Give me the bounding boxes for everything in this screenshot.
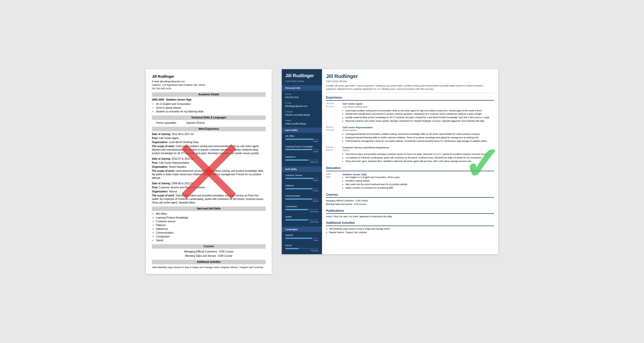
soft-skills-section: Soft Skills Customer Service Expert Pati… [282,166,322,225]
skill-customer-service: Customer Service Expert [282,174,322,184]
edu-entry-1: 2005 -2009 Stebbins Senior High Got stra… [326,173,494,190]
twitter-value: twitter.com/jillrudlinger [285,122,306,125]
sidebar-name: Jill Rudlinger [285,73,318,79]
hard-skills-header: Hard Skills [282,127,322,133]
edu-bullet: Was voted onto the school yearbook team … [345,183,494,186]
academic-bullets: A's in English and Composition Good in t… [152,102,266,113]
email-value: jillrudlinger@gmail.com [285,105,307,107]
exp-bullet: Temp call center agent, SpeedyCollect. H… [345,160,494,163]
technical-header: Technical Skills & Languages [152,115,266,120]
exp-entry-2: 2010-07 -2012-08 Call Center Representat… [326,126,494,143]
right-resume: Jill Rudlinger Call Center Worker Person… [282,69,498,254]
skill-item: Customer service [156,220,266,223]
skill-lpk: Learning Product Knowledge Expert [282,145,322,155]
exp-bullet: Leveraged advanced communication, proble… [345,133,494,136]
main-container: Jill Rudlinger E-Mail: jillrudlinger@gma… [146,69,498,274]
languages-section: Languages Spanish Fluent French Passable [282,227,322,254]
lang-french: French Passable [282,244,322,254]
email-label: E-mail [285,102,318,104]
skill-item: Patience [156,224,266,227]
academic-entry: 2005-2009 · Stebbins Senior High A's in … [152,98,266,113]
exp-bullet: Took phone orders and provided exemplary… [345,153,494,156]
bullet-item: Student co-counselor for my listening sk… [156,110,266,113]
skill-ms-office: MS Office Expert [282,134,322,145]
skill-item: Communication [156,231,266,235]
exp-entry-1: 2012-09 -2017-10 Call Center Agent Level… [326,102,494,123]
exp-bullet: Quickly mastered deep product knowledge … [345,116,494,119]
edu-bullet: Made a student co-counselor for my liste… [345,187,494,190]
main-job-title: Call Center Worker [326,80,494,83]
skill-item: Compassion [156,235,266,238]
linkedin-label: LinkedIn [285,110,318,113]
sidebar-name-block: Jill Rudlinger Call Center Worker [282,69,322,85]
additional-text: Take biweekly yoga classes to stay in sh… [152,266,266,269]
left-resume: Jill Rudlinger E-Mail: jillrudlinger@gma… [146,69,272,274]
publications-section-header: Publications [326,209,494,214]
exp-bullet: Worked with manufacturers and vendors to… [345,113,494,116]
twitter-label: Twitter [285,119,318,122]
job-entry-1: Date of Joining: 2012-09 to 2017-10 Post… [152,133,266,155]
left-address: Address: 134 Rightward Way Portland, ME,… [152,83,266,87]
soft-skills-header: Soft Skills [282,166,322,172]
bullet-item: Good in typing classes [156,106,266,110]
sidebar-title: Call Center Worker [285,80,318,83]
work-header: Work Experience [152,127,266,131]
course-item: Managing Difficult Customers - ICMI Cour… [326,199,494,203]
skill-item: Salesforce [156,227,266,231]
exp-entry-3: 2009-06 -2012-07 Customer Service and Ph… [326,146,494,163]
course-1: Managing Difficult Customers - ICMI Cour… [152,250,266,253]
resume-sidebar: Jill Rudlinger Call Center Worker Person… [282,69,322,254]
skill-speed: Speed Advanced [282,215,322,225]
skill-communication: Communication Expert [282,194,322,204]
exp-bullet: As employee of Friedman Landscaping, spo… [345,156,494,159]
skills-header: Hard and Soft Skills [152,206,266,211]
courses-list: Managing Difficult Customers - ICMI Cour… [326,199,494,206]
twitter-item: Twitter twitter.com/jillrudlinger [282,119,322,126]
additional-section-header: Additional Activities [326,221,494,226]
skill-compassion: Compassion Advanced [282,205,322,215]
additional-header: Additional activities [152,260,266,264]
experience-section-header: Experience [326,96,494,101]
phone-value: 503-935-1679 [285,96,299,99]
linkedin-value: linkedin.com/in/jillrudlinger [285,114,310,116]
bullet-item: A's in English and Composition [156,102,266,106]
skill-french: French (passable) [156,121,176,125]
academic-header: Academic Details [152,92,266,97]
job-entry-3: Date of Joining: 2009-06 to 2012-07 Post… [152,182,266,204]
skill-item: Speed [156,239,266,242]
summary: Friendly call center agent with 7+ years… [326,84,494,93]
job-entry-2: Date of Joining: 2010-07 to 2012-08 Post… [152,157,266,180]
languages-header: Languages [282,227,322,232]
course-2: Blending Sales and Service - ICMI Course [152,254,266,258]
skill-spanish: Spanish (Fluent) [186,121,205,125]
skills-row: French (passable) Spanish (Fluent) [152,121,266,125]
phone-label: Phone [285,93,318,96]
phone-item: Phone 503-935-1679 [282,92,322,100]
additional-list: Take biweekly yoga classes to stay in sh… [326,228,494,234]
main-content: Jill Rudlinger Call Center Worker Friend… [322,69,498,254]
skill-patience: Patience Expert [282,184,322,194]
hard-soft-skills-list: MS Office Learning Product Knowledge Cus… [152,212,266,242]
left-tel: Tel: 503-935-1679 [152,87,266,90]
course-item: Blending Sales and Service - ICMI Course [326,203,494,206]
skill-item: Learning Product Knowledge [156,216,266,220]
hard-skills-section: Hard Skills MS Office Expert Learning Pr… [282,127,322,165]
left-email: E-Mail: jillrudlinger@gmail.com [152,80,266,83]
courses-header: Courses [152,244,266,249]
edu-bullet: Got straight A's in English and Composit… [345,176,494,179]
skill-item: MS Office [156,212,266,216]
left-name: Jill Rudlinger [152,74,266,79]
exp-bullet: Used expert problem solving and communic… [345,109,494,112]
skill-salesforce: Salesforce Advanced [282,155,322,165]
email-item: E-mail jillrudlinger@gmail.com [282,101,322,108]
exp-bullet: Employed elevated listening skills to so… [345,136,494,139]
publication-text: Article "They Can Hear You Smile" appear… [326,215,494,218]
linkedin-item: LinkedIn linkedin.com/in/jillrudlinger [282,110,322,117]
additional-item: Regular listener, "Support Ops" podcast. [329,231,494,234]
additional-item: Take biweekly yoga classes to stay in sh… [329,228,494,231]
main-name: Jill Rudlinger [326,73,494,80]
courses-section-header: Courses [326,193,494,198]
personal-info-section: Personal Info Phone 503-935-1679 E-mail … [282,85,322,126]
exp-bullet: Resolved customer and vendor issues quic… [345,120,494,123]
personal-info-header: Personal Info [282,85,322,91]
